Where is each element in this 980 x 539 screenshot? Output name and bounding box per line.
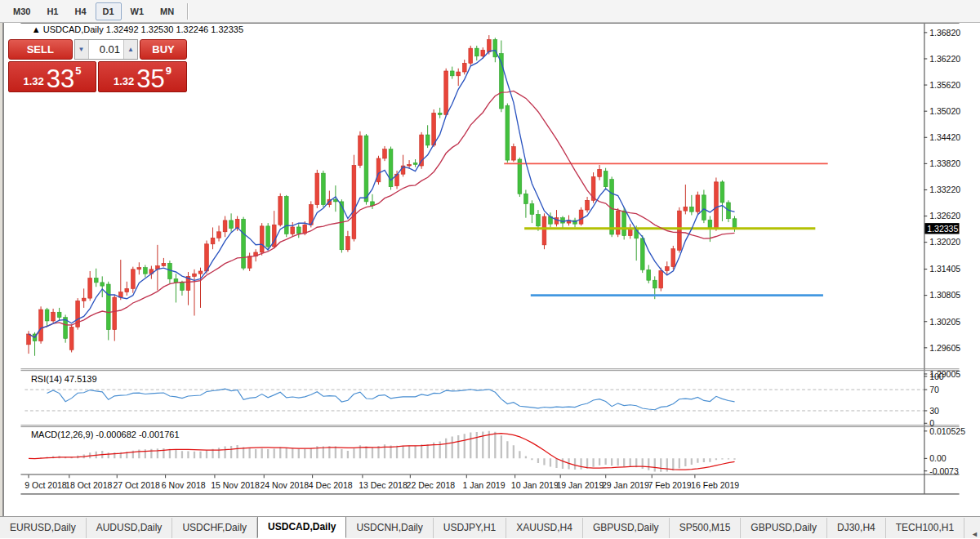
candle-body-down bbox=[604, 171, 608, 186]
svg-text:0.010525: 0.010525 bbox=[929, 426, 965, 436]
timeframe-button-h4[interactable]: H4 bbox=[67, 2, 93, 20]
candle-body-down bbox=[143, 268, 147, 274]
price-axis-label: 1.33820 bbox=[929, 158, 960, 168]
candle-body-down bbox=[229, 220, 234, 229]
candle-body-down bbox=[45, 310, 49, 321]
candle-body-down bbox=[425, 135, 430, 145]
candle-body-down bbox=[413, 163, 417, 164]
tab-usdjpy-h1[interactable]: USDJPY,H1 bbox=[434, 518, 506, 538]
svg-text:-0.0073: -0.0073 bbox=[929, 466, 959, 476]
candle-body-up bbox=[598, 169, 602, 176]
candle-body-up bbox=[659, 270, 663, 287]
current-price-badge-text: 1.32335 bbox=[927, 224, 958, 234]
candle-body-up bbox=[542, 216, 546, 245]
candle-body-down bbox=[689, 207, 693, 212]
timeframe-button-d1[interactable]: D1 bbox=[96, 2, 122, 20]
candle-body-up bbox=[51, 312, 56, 321]
price-axis-label: 1.35020 bbox=[929, 106, 960, 116]
candle-body-up bbox=[260, 226, 264, 252]
buy-price-prefix: 1.32 bbox=[114, 75, 134, 87]
candle-body-up bbox=[82, 298, 86, 301]
candle-body-down bbox=[100, 283, 105, 286]
candle-body-up bbox=[88, 278, 92, 299]
candle-body-up bbox=[715, 182, 719, 228]
candle-body-down bbox=[493, 39, 497, 56]
candle-body-up bbox=[315, 173, 319, 205]
price-axis-label: 1.30805 bbox=[929, 290, 960, 300]
svg-text:70: 70 bbox=[929, 385, 939, 394]
macd-indicator-label: MACD(12,26,9) -0.000682 -0.001761 bbox=[31, 430, 180, 439]
candle-body-down bbox=[720, 182, 724, 203]
date-axis-label: 9 Oct 2018 bbox=[24, 480, 67, 490]
sell-price-pipette: 5 bbox=[75, 65, 81, 77]
volume-increase-icon[interactable]: ▲ bbox=[123, 40, 137, 59]
candle-body-up bbox=[579, 210, 583, 224]
candle-body-up bbox=[247, 256, 252, 268]
candle-body-up bbox=[223, 220, 227, 232]
candle-body-down bbox=[321, 173, 325, 205]
sell-price-display[interactable]: 1.32 33 5 bbox=[8, 61, 96, 92]
sell-price-prefix: 1.32 bbox=[23, 75, 43, 87]
tab-dj30-h4[interactable]: DJ30,H4 bbox=[827, 518, 886, 538]
date-axis-label: 10 Jan 2019 bbox=[511, 480, 559, 490]
price-axis-label: 1.31405 bbox=[929, 264, 960, 274]
tab-usdchf-daily[interactable]: USDCHF,Daily bbox=[172, 518, 257, 538]
tab-usdcad-daily[interactable]: USDCAD,Daily bbox=[257, 516, 346, 538]
candle-body-up bbox=[346, 237, 350, 250]
candle-body-up bbox=[616, 211, 620, 234]
buy-price-display[interactable]: 1.32 35 9 bbox=[98, 61, 187, 92]
tab-scroll-left-icon[interactable]: ◄ bbox=[971, 530, 978, 538]
volume-decrease-icon[interactable]: ▼ bbox=[75, 40, 89, 59]
candle-body-up bbox=[481, 50, 485, 56]
date-axis-label: 22 Dec 2018 bbox=[407, 480, 456, 490]
price-axis-label: 1.36820 bbox=[929, 28, 960, 38]
chart-title: ▲ USDCAD,Daily 1.32492 1.32530 1.32246 1… bbox=[32, 24, 243, 34]
candle-body-up bbox=[278, 196, 283, 225]
candle-body-down bbox=[333, 199, 337, 202]
date-axis-label: 24 Nov 2018 bbox=[260, 480, 309, 490]
date-axis-label: 19 Jan 2019 bbox=[556, 480, 604, 490]
trading-app-window: M30 H1 H4 D1 W1 MN 1.368201.362201.35620… bbox=[0, 0, 980, 539]
tab-audusd-daily[interactable]: AUDUSD,Daily bbox=[87, 518, 173, 538]
candle-body-down bbox=[284, 196, 288, 234]
candle-body-up bbox=[205, 244, 209, 271]
tab-xauusd-h4[interactable]: XAUUSD,H4 bbox=[506, 518, 583, 538]
timeframe-button-mn[interactable]: MN bbox=[153, 2, 181, 20]
tab-gbpusd-daily-2[interactable]: GBPUSD,Daily bbox=[741, 518, 827, 538]
candle-body-up bbox=[444, 71, 448, 114]
candle-body-down bbox=[180, 283, 185, 291]
toolbar-separator bbox=[187, 3, 189, 20]
candle-body-up bbox=[383, 149, 387, 158]
timeframe-button-h1[interactable]: H1 bbox=[39, 2, 65, 20]
buy-button[interactable]: BUY bbox=[140, 39, 187, 60]
candle-body-up bbox=[487, 39, 491, 51]
tab-sp500-m15[interactable]: SP500,M15 bbox=[670, 518, 742, 538]
tab-gbpusd-daily[interactable]: GBPUSD,Daily bbox=[583, 518, 670, 538]
buy-price-pipette: 9 bbox=[166, 65, 172, 77]
tab-tech100-h1[interactable]: TECH100,H1 bbox=[886, 518, 964, 538]
timeframe-toolbar: M30 H1 H4 D1 W1 MN bbox=[0, 0, 980, 23]
candle-body-up bbox=[69, 327, 74, 350]
candle-body-down bbox=[647, 270, 651, 280]
candle-body-down bbox=[242, 219, 246, 268]
svg-text:30: 30 bbox=[929, 406, 939, 416]
timeframe-button-w1[interactable]: W1 bbox=[123, 2, 152, 20]
date-axis-label: 13 Dec 2018 bbox=[359, 480, 408, 490]
candle-body-up bbox=[462, 63, 466, 72]
candle-body-down bbox=[94, 278, 98, 283]
date-axis-label: 29 Jan 2019 bbox=[602, 480, 649, 490]
tab-eurusd-daily[interactable]: EURUSD,Daily bbox=[0, 518, 87, 538]
date-axis-label: 16 Feb 2019 bbox=[691, 480, 739, 490]
volume-spinner: ▼ 0.01 ▲ bbox=[74, 39, 139, 60]
candle-body-up bbox=[217, 232, 221, 238]
volume-input[interactable]: 0.01 bbox=[89, 40, 124, 59]
chart-background bbox=[20, 23, 959, 517]
sell-button[interactable]: SELL bbox=[8, 39, 73, 60]
candle-body-up bbox=[162, 263, 166, 265]
candle-body-up bbox=[696, 195, 700, 212]
rsi-indicator-label: RSI(14) 47.5139 bbox=[31, 374, 97, 384]
candle-body-down bbox=[640, 238, 644, 270]
date-axis-label: 27 Oct 2018 bbox=[113, 480, 159, 490]
tab-usdcnh-daily[interactable]: USDCNH,Daily bbox=[346, 518, 433, 538]
timeframe-button-m30[interactable]: M30 bbox=[6, 2, 38, 20]
